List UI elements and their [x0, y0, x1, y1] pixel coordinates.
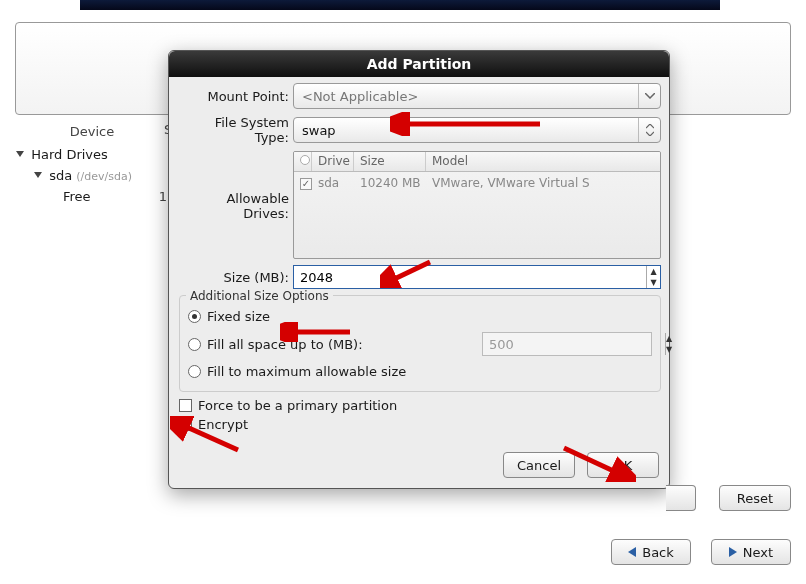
tree-drive-sda[interactable]: sda (/dev/sda)	[15, 165, 169, 186]
drive-row-name: sda	[318, 176, 360, 190]
radio-label: Fill all space up to (MB):	[207, 337, 363, 352]
drives-header: Drive Size Model	[294, 152, 660, 172]
size-options-legend: Additional Size Options	[186, 289, 333, 303]
encrypt-label: Encrypt	[198, 417, 248, 432]
fs-type-value: swap	[294, 123, 638, 138]
spinner-down-icon[interactable]: ▼	[647, 277, 660, 288]
radio-label: Fill to maximum allowable size	[207, 364, 406, 379]
fs-type-label: File System Type:	[177, 115, 293, 145]
allowable-drives-list[interactable]: Drive Size Model ✓ sda 10240 MB VMware, …	[293, 151, 661, 259]
radio-fill-up-to[interactable]: Fill all space up to (MB): ▲ ▼	[186, 328, 654, 360]
primary-partition-row[interactable]: Force to be a primary partition	[177, 396, 661, 415]
drive-row-checkbox[interactable]: ✓	[300, 178, 312, 190]
radio-label: Fixed size	[207, 309, 270, 324]
truncated-button	[666, 485, 696, 511]
primary-partition-label: Force to be a primary partition	[198, 398, 397, 413]
spinner-up-icon[interactable]: ▲	[647, 266, 660, 277]
reset-button[interactable]: Reset	[719, 485, 791, 511]
size-spinner[interactable]: ▲ ▼	[293, 265, 661, 289]
fs-type-combo[interactable]: swap	[293, 117, 661, 143]
radio-fixed-size[interactable]: Fixed size	[186, 305, 654, 328]
tree-label: Hard Drives	[31, 147, 108, 162]
tree-hard-drives[interactable]: Hard Drives	[15, 144, 169, 165]
radio-icon[interactable]	[188, 310, 201, 323]
mount-point-value: <Not Applicable>	[294, 89, 638, 104]
radio-icon[interactable]	[188, 365, 201, 378]
check-column-header[interactable]	[294, 152, 312, 171]
dev-path: (/dev/sda)	[76, 170, 132, 183]
dialog-title: Add Partition	[169, 51, 669, 77]
additional-size-options: Additional Size Options Fixed size Fill …	[179, 295, 661, 392]
back-button[interactable]: Back	[611, 539, 691, 565]
drive-column-header[interactable]: Drive	[312, 152, 354, 171]
model-column-header[interactable]: Model	[426, 152, 660, 171]
next-button[interactable]: Next	[711, 539, 791, 565]
ok-button[interactable]: OK	[587, 452, 659, 478]
size-input[interactable]	[294, 266, 646, 288]
expand-icon[interactable]	[34, 172, 42, 178]
size-label: Size (MB):	[177, 270, 293, 285]
tree-label: Free	[63, 189, 91, 204]
installer-banner	[80, 0, 720, 10]
tree-free-space[interactable]: Free 1	[15, 186, 169, 207]
allowable-drives-label: Allowable Drives:	[177, 151, 293, 221]
mount-point-label: Mount Point:	[177, 89, 293, 104]
drive-row[interactable]: ✓ sda 10240 MB VMware, VMware Virtual S	[294, 172, 660, 194]
checkbox[interactable]	[179, 399, 192, 412]
drive-row-size: 10240 MB	[360, 176, 432, 190]
tree-label: sda	[49, 168, 72, 183]
size-column-header[interactable]: Size	[354, 152, 426, 171]
spinner-updown-icon[interactable]	[638, 118, 660, 142]
encrypt-row[interactable]: Encrypt	[177, 415, 661, 434]
device-tree: Device Hard Drives sda (/dev/sda) Free 1	[15, 120, 169, 207]
add-partition-dialog: Add Partition Mount Point: <Not Applicab…	[168, 50, 670, 489]
checkbox[interactable]	[179, 418, 192, 431]
mount-point-combo[interactable]: <Not Applicable>	[293, 83, 661, 109]
arrow-left-icon	[628, 547, 636, 557]
radio-icon[interactable]	[188, 338, 201, 351]
drive-row-model: VMware, VMware Virtual S	[432, 176, 654, 190]
expand-icon[interactable]	[16, 151, 24, 157]
spinner-up-icon[interactable]: ▲	[666, 333, 672, 344]
radio-fill-max[interactable]: Fill to maximum allowable size	[186, 360, 654, 383]
spinner-down-icon[interactable]: ▼	[666, 344, 672, 355]
chevron-down-icon[interactable]	[638, 84, 660, 108]
arrow-right-icon	[729, 547, 737, 557]
fill-up-to-spinner[interactable]: ▲ ▼	[482, 332, 652, 356]
device-column-header: Device	[15, 120, 169, 144]
cancel-button[interactable]: Cancel	[503, 452, 575, 478]
fill-up-to-input	[483, 333, 665, 355]
